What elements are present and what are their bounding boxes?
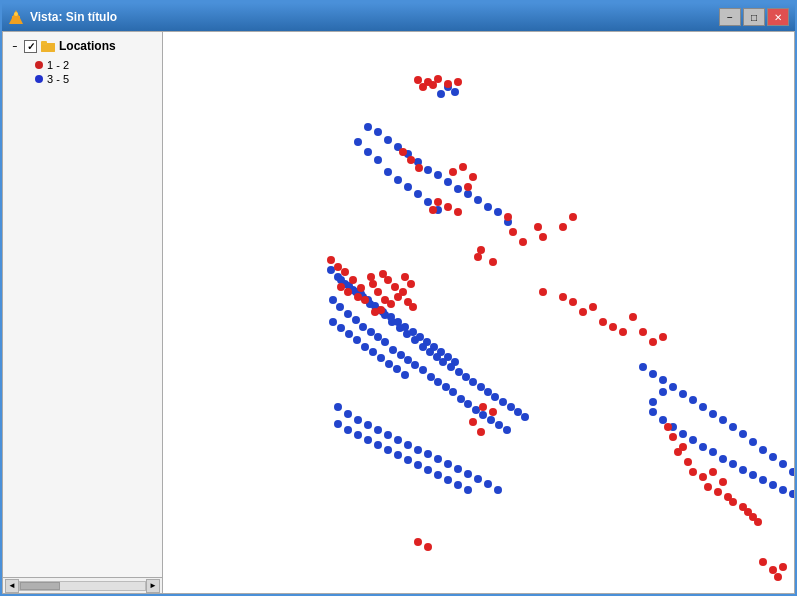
layer-header: − ✓ Locations — [7, 36, 158, 56]
window-title: Vista: Sin título — [30, 10, 719, 24]
content-area: − ✓ Locations 1 - 2 — [2, 31, 795, 594]
window-controls: − □ ✕ — [719, 8, 789, 26]
legend-items: 1 - 2 3 - 5 — [7, 58, 158, 86]
app-icon — [8, 9, 24, 25]
scroll-right-button[interactable]: ► — [146, 579, 160, 593]
main-window: Vista: Sin título − □ ✕ − ✓ — [0, 0, 797, 596]
titlebar: Vista: Sin título − □ ✕ — [2, 3, 795, 31]
sidebar: − ✓ Locations 1 - 2 — [3, 32, 163, 593]
minimize-button[interactable]: − — [719, 8, 741, 26]
close-button[interactable]: ✕ — [767, 8, 789, 26]
expand-icon[interactable]: − — [9, 40, 21, 52]
legend-label-1: 1 - 2 — [47, 59, 69, 71]
svg-rect-1 — [12, 16, 20, 22]
layer-checkbox[interactable]: ✓ — [24, 40, 37, 53]
scrollbar-thumb[interactable] — [20, 582, 60, 590]
legend-item-1: 1 - 2 — [35, 58, 158, 72]
legend-item-2: 3 - 5 — [35, 72, 158, 86]
layer-folder-icon — [40, 38, 56, 54]
dot-map — [163, 32, 794, 593]
scrollbar-track[interactable] — [19, 581, 146, 591]
svg-rect-5 — [41, 43, 55, 52]
legend-dot-red — [35, 61, 43, 69]
scroll-left-button[interactable]: ◄ — [5, 579, 19, 593]
legend-label-2: 3 - 5 — [47, 73, 69, 85]
svg-point-2 — [14, 12, 18, 16]
maximize-button[interactable]: □ — [743, 8, 765, 26]
horizontal-scrollbar: ◄ ► — [3, 577, 162, 593]
sidebar-layers: − ✓ Locations 1 - 2 — [3, 32, 162, 577]
layer-name: Locations — [59, 39, 116, 53]
legend-dot-blue — [35, 75, 43, 83]
map-canvas-area[interactable] — [163, 32, 794, 593]
